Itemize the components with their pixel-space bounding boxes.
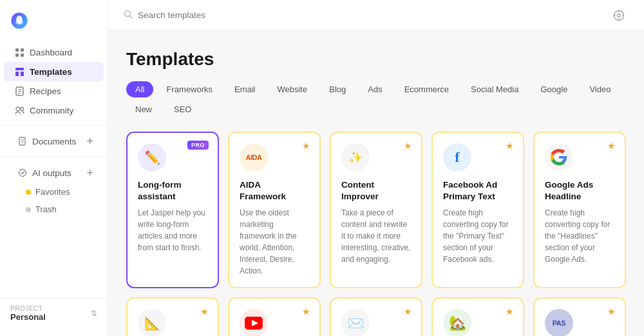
sidebar-bottom: PROJECT Personal ⇅ (0, 298, 108, 328)
sidebar-item-label: Recipes (30, 86, 61, 96)
template-card-content-improver[interactable]: ★ ✨ Content Improver Take a piece of con… (330, 132, 422, 288)
card-icon-long-form: ✏️ (138, 143, 166, 172)
grid-icon (14, 47, 24, 57)
template-card-aida[interactable]: ★ AIDA AIDA Framework Use the oldest mar… (228, 132, 321, 288)
sidebar-sub-favorites[interactable]: Favorites (0, 183, 108, 201)
sidebar-sub-trash[interactable]: Trash (0, 201, 108, 218)
sidebar-item-label: Community (30, 106, 73, 115)
template-icon (14, 66, 24, 77)
main-area: Templates All Frameworks Email Website B… (108, 0, 644, 336)
search-input[interactable] (138, 10, 267, 20)
filter-tab-video[interactable]: Video (580, 81, 620, 97)
svg-rect-6 (21, 54, 24, 57)
trash-label: Trash (35, 204, 57, 214)
card-desc: Let Jasper help you write long-form arti… (138, 207, 207, 253)
card-icon-marketing: 📐 (138, 309, 166, 336)
search-icon (124, 10, 133, 21)
filter-tab-blog[interactable]: Blog (320, 81, 355, 97)
favorites-dot (26, 190, 31, 195)
filter-tab-website[interactable]: Website (268, 81, 316, 97)
card-icon-youtube (240, 309, 268, 336)
recipe-icon (14, 86, 24, 96)
card-title: Content Improver (341, 179, 411, 202)
search-bar (124, 10, 267, 21)
template-card-pas[interactable]: ★ PAS PAS Framework Problem-Agitate-Solu… (533, 297, 626, 336)
sidebar-item-recipes[interactable]: Recipes (4, 81, 104, 101)
content-area: Templates All Frameworks Email Website B… (108, 31, 644, 336)
ai-outputs-icon (18, 168, 27, 177)
star-icon: ★ (607, 141, 616, 151)
sidebar-navigation: Dashboard Templates Recipes Community Do… (0, 43, 108, 298)
star-icon: ★ (200, 306, 209, 317)
project-chevron-icon[interactable]: ⇅ (91, 309, 97, 318)
card-desc: Create high converting copy for the "Pri… (443, 207, 513, 265)
filter-tab-email[interactable]: Email (225, 81, 265, 97)
sidebar-divider-2 (0, 157, 108, 157)
sidebar-item-dashboard[interactable]: Dashboard (4, 43, 104, 62)
sidebar-divider (0, 125, 108, 126)
project-name: Personal (10, 312, 46, 322)
svg-point-15 (20, 107, 23, 110)
sidebar-section-ai-outputs: AI outputs + (4, 163, 104, 183)
filter-tab-ecommerce[interactable]: Ecommerce (395, 81, 458, 97)
svg-rect-4 (21, 48, 24, 52)
template-card-google-ads[interactable]: ★ Google Ads Headline Create high conver… (533, 132, 626, 288)
filter-tab-google[interactable]: Google (531, 81, 576, 97)
template-grid: PRO ✏️ Long-form assistant Let Jasper he… (126, 132, 626, 336)
filter-tab-new[interactable]: New (126, 101, 161, 117)
template-card-real-estate[interactable]: ★ 🏡 Real Estate Listing - Residential Cr… (431, 297, 524, 336)
card-icon-email: ✉️ (341, 309, 370, 336)
favorites-label: Favorites (35, 187, 70, 197)
card-title: Google Ads Headline (545, 179, 614, 202)
svg-rect-9 (21, 72, 24, 76)
topbar-right (609, 6, 629, 25)
template-card-facebook-ad[interactable]: ★ f Facebook Ad Primary Text Create high… (431, 132, 524, 288)
svg-rect-5 (15, 54, 19, 57)
sidebar: Dashboard Templates Recipes Community Do… (0, 0, 108, 336)
svg-rect-8 (15, 72, 19, 76)
card-title: AIDA Framework (240, 179, 309, 202)
sidebar-item-templates[interactable]: Templates (4, 62, 104, 81)
filter-tab-ads[interactable]: Ads (359, 81, 391, 97)
page-title: Templates (126, 49, 626, 70)
card-desc: Take a piece of content and rewrite it t… (341, 207, 411, 265)
card-icon-pas: PAS (545, 309, 573, 336)
settings-button[interactable] (609, 6, 629, 25)
template-card-marketing-angles[interactable]: ★ 📐 Marketing Angles Brainstorm differen… (126, 297, 219, 336)
card-desc: Create high converting copy for the "Hea… (545, 207, 614, 265)
sidebar-item-label: Dashboard (30, 48, 72, 57)
filter-tab-all[interactable]: All (126, 81, 153, 97)
filter-tab-social-media[interactable]: Social Media (462, 81, 527, 97)
svg-rect-3 (15, 48, 19, 52)
svg-point-23 (618, 14, 621, 17)
template-card-youtube[interactable]: ★ Video Description - YouTube Create uni… (228, 297, 321, 336)
card-title: Facebook Ad Primary Text (443, 179, 513, 202)
topbar (108, 0, 644, 31)
settings-icon (613, 10, 625, 21)
project-label: PROJECT (10, 305, 46, 312)
svg-rect-16 (19, 137, 25, 145)
svg-rect-7 (15, 68, 24, 70)
filter-tab-seo[interactable]: SEO (165, 101, 200, 117)
card-icon-content: ✨ (341, 143, 370, 172)
ai-outputs-label: AI outputs (32, 168, 71, 178)
star-icon: ★ (404, 141, 412, 151)
star-icon: ★ (607, 306, 616, 317)
add-ai-output-button[interactable]: + (86, 167, 93, 179)
star-icon: ★ (302, 141, 310, 151)
sidebar-item-label: Templates (30, 67, 72, 77)
card-icon-aida: AIDA (240, 143, 268, 172)
template-card-long-form-assistant[interactable]: PRO ✏️ Long-form assistant Let Jasper he… (126, 132, 219, 288)
card-icon-facebook: f (443, 143, 471, 172)
filter-tabs: All Frameworks Email Website Blog Ads Ec… (126, 81, 626, 117)
pro-badge: PRO (187, 141, 209, 150)
card-icon-real-estate: 🏡 (443, 309, 471, 336)
sidebar-item-community[interactable]: Community (4, 101, 104, 120)
star-icon: ★ (506, 141, 514, 151)
svg-point-2 (15, 20, 24, 25)
filter-tab-frameworks[interactable]: Frameworks (157, 81, 222, 97)
add-document-button[interactable]: + (86, 135, 93, 147)
sidebar-section-documents: Documents + (4, 131, 104, 152)
card-title: Long-form assistant (138, 179, 207, 202)
template-card-email-subject[interactable]: ★ ✉️ Email Subject Lines Write compellin… (330, 297, 422, 336)
